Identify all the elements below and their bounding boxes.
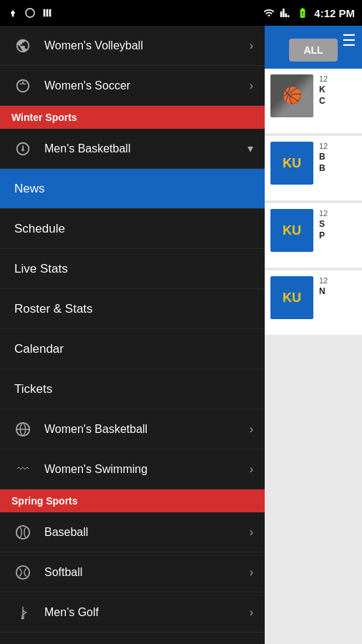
mens-golf-label: Men's Golf (44, 606, 250, 619)
nav-item-womens-basketball[interactable]: Women's Basketball › (0, 409, 265, 449)
womens-swimming-label: Women's Swimming (44, 463, 250, 476)
news-card-thumb-3: KU (270, 209, 313, 252)
tickets-label: Tickets (14, 382, 52, 396)
chevron-right-softball-icon: › (250, 566, 253, 579)
news-date-3: 12 (319, 209, 356, 218)
womens-basketball-label: Women's Basketball (44, 423, 250, 436)
news-date-4: 12 (319, 276, 356, 285)
womens-volleyball-label: Women's Volleyball (44, 39, 250, 52)
sub-nav-news[interactable]: News (0, 169, 265, 209)
news-card-3[interactable]: KU 12 SP (265, 203, 362, 268)
status-bar: 4:12 PM (0, 0, 362, 26)
news-card-4[interactable]: KU 12 N (265, 270, 362, 335)
dropdown-arrow-icon: ▾ (248, 142, 253, 155)
news-title-4: N (319, 286, 356, 298)
svg-point-3 (21, 617, 24, 619)
news-card-info-3: 12 SP (319, 209, 356, 241)
play-icon (41, 7, 53, 19)
womens-soccer-label: Women's Soccer (44, 79, 250, 92)
nav-panel: Women's Volleyball › Women's Soccer › Wi… (0, 26, 265, 644)
news-title-2: BB (319, 152, 356, 174)
basketball-icon-wb (11, 418, 34, 441)
softball-label: Softball (44, 566, 250, 579)
all-button-area: ☰ ALL (265, 26, 362, 69)
calendar-label: Calendar (14, 342, 64, 356)
softball-icon (11, 561, 34, 584)
schedule-label: Schedule (14, 222, 65, 236)
sub-nav-roster-stats[interactable]: Roster & Stats (0, 289, 265, 329)
status-icons-left (7, 7, 53, 19)
soccer-icon (11, 74, 34, 97)
chevron-right-wb-icon: › (250, 423, 253, 436)
waves-icon: 〰 (11, 458, 34, 481)
sub-nav-calendar[interactable]: Calendar (0, 329, 265, 369)
news-label: News (14, 182, 45, 196)
nav-item-softball[interactable]: Softball › (0, 552, 265, 592)
sub-nav-schedule[interactable]: Schedule (0, 209, 265, 249)
nav-item-mens-golf[interactable]: Men's Golf › (0, 592, 265, 633)
news-card-thumb-1: 🏀 (270, 74, 313, 117)
live-stats-label: Live Stats (14, 262, 68, 276)
spurs-icon (24, 7, 36, 19)
winter-sports-header: Winter Sports (0, 106, 265, 129)
news-card-2[interactable]: KU 12 BB (265, 136, 362, 200)
signal-icon (280, 7, 291, 19)
news-date-1: 12 (319, 74, 356, 83)
all-button[interactable]: ALL (289, 39, 337, 62)
main-layout: Women's Volleyball › Women's Soccer › Wi… (0, 26, 362, 644)
news-card-info-4: 12 N (319, 276, 356, 298)
news-date-2: 12 (319, 142, 356, 150)
nav-item-womens-volleyball[interactable]: Women's Volleyball › (0, 26, 265, 66)
news-card-thumb-2: KU (270, 142, 313, 185)
basketball-icon (11, 137, 34, 160)
chevron-right-icon: › (250, 79, 253, 92)
time-display: 4:12 PM (314, 7, 355, 19)
roster-stats-label: Roster & Stats (14, 302, 93, 316)
chevron-right-baseball-icon: › (250, 526, 253, 539)
baseball-icon (11, 521, 34, 544)
battery-icon (295, 7, 310, 19)
wifi-icon (263, 7, 275, 19)
nav-item-womens-soccer[interactable]: Women's Soccer › (0, 66, 265, 106)
chevron-right-icon: › (250, 39, 253, 52)
chevron-right-ws-icon: › (250, 463, 253, 476)
svg-point-1 (16, 525, 29, 538)
news-title-3: SP (319, 219, 356, 241)
news-card-info-2: 12 BB (319, 142, 356, 174)
news-card-info-1: 12 KC (319, 74, 356, 107)
news-card-1[interactable]: 🏀 12 KC (265, 69, 362, 133)
nav-item-womens-swimming[interactable]: 〰 Women's Swimming › (0, 449, 265, 489)
svg-point-2 (16, 565, 29, 578)
chevron-right-golf-icon: › (250, 606, 253, 619)
usb-icon (7, 7, 19, 19)
golf-icon (11, 601, 34, 624)
status-right: 4:12 PM (263, 7, 355, 19)
mens-basketball-label: Men's Basketball (44, 142, 248, 155)
sub-nav-tickets[interactable]: Tickets (0, 369, 265, 409)
news-title-1: KC (319, 84, 356, 107)
news-card-thumb-4: KU (270, 276, 313, 319)
globe-icon (11, 34, 34, 57)
sub-nav-live-stats[interactable]: Live Stats (0, 249, 265, 289)
spring-sports-header: Spring Sports (0, 489, 265, 512)
nav-item-baseball[interactable]: Baseball › (0, 512, 265, 552)
content-panel: ☰ ALL 🏀 12 KC KU 12 BB KU (265, 26, 362, 644)
nav-item-mens-basketball[interactable]: Men's Basketball ▾ (0, 129, 265, 169)
baseball-label: Baseball (44, 526, 250, 539)
menu-icon[interactable]: ☰ (342, 31, 356, 50)
